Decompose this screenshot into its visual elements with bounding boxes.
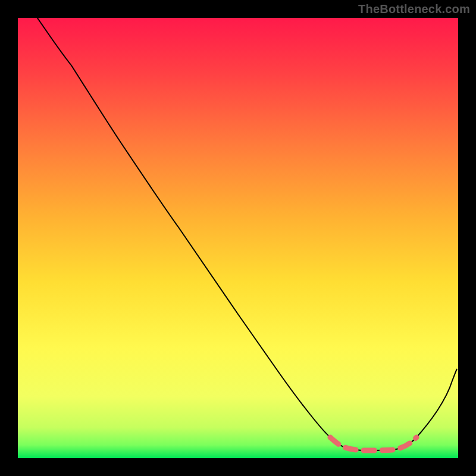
- chart-svg: [0, 0, 476, 476]
- watermark-text: TheBottleneck.com: [358, 2, 470, 16]
- plot-background: [18, 18, 458, 458]
- chart-container: TheBottleneck.com: [0, 0, 476, 476]
